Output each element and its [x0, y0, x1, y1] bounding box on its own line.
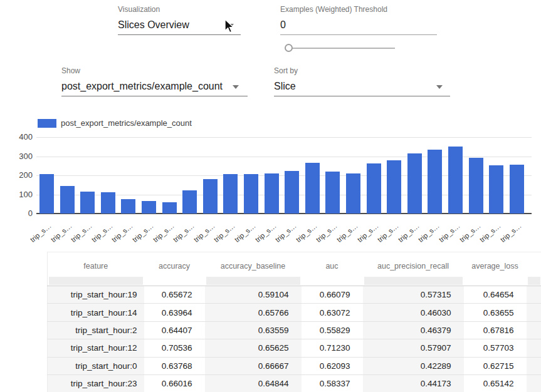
bar-slice-3[interactable]: [101, 192, 115, 214]
bar-slice-11[interactable]: [265, 173, 279, 214]
table-row: trip_start_hour:190.656720.591040.660790…: [48, 286, 541, 304]
bar-slice-16[interactable]: [367, 163, 381, 214]
filter-cell[interactable]: [528, 277, 540, 285]
cell-extra: [527, 321, 541, 339]
bar-slice-12[interactable]: [285, 171, 299, 214]
metrics-table: featureaccuracyaccuracy_baselineaucauc_p…: [47, 252, 541, 392]
filter-cell[interactable]: [206, 277, 300, 285]
cell-auc_precision_recall: 0.44173: [363, 374, 464, 392]
filter-cell[interactable]: [465, 277, 525, 285]
threshold-slider-track[interactable]: [289, 48, 395, 49]
cell-average_loss: 0.65142: [464, 374, 527, 392]
table-header-row: featureaccuracyaccuracy_baselineaucauc_p…: [48, 252, 541, 276]
bar-slice-4[interactable]: [121, 199, 135, 214]
bar-slice-6[interactable]: [162, 202, 177, 214]
bar-slice-19[interactable]: [428, 150, 442, 214]
gridline: [36, 137, 532, 138]
filter-cell[interactable]: [145, 277, 204, 285]
bar-slice-17[interactable]: [387, 160, 401, 214]
cell-feature: trip_start_hour:23: [48, 374, 144, 392]
show-label: Show: [61, 66, 248, 75]
cell-auc_precision_recall: 0.57907: [363, 339, 464, 357]
cell-accuracy: 0.64407: [144, 321, 205, 339]
cell-extra: [527, 357, 541, 374]
cell-accuracy: 0.70536: [144, 339, 205, 357]
cell-extra: [527, 374, 541, 392]
cell-accuracy_baseline: 0.63559: [205, 321, 302, 339]
table-filter-row: [48, 276, 541, 286]
cell-accuracy_baseline: 0.64844: [205, 374, 302, 392]
bar-slice-18[interactable]: [407, 153, 422, 214]
cell-accuracy_baseline: 0.66667: [205, 357, 302, 374]
cell-feature: trip_start_hour:14: [48, 304, 144, 321]
bar-slice-22[interactable]: [489, 165, 503, 214]
cell-auc: 0.63072: [302, 304, 363, 321]
filter-cell[interactable]: [303, 277, 362, 285]
show-value[interactable]: post_export_metrics/example_count: [61, 80, 248, 93]
bar-slice-5[interactable]: [142, 201, 156, 214]
bar-slice-9[interactable]: [223, 174, 238, 214]
threshold-label: Examples (Weighted) Threshold: [280, 5, 437, 14]
cell-feature: trip_start_hour:19: [48, 286, 144, 304]
cell-feature: trip_start_hour:2: [48, 321, 144, 339]
cell-feature: trip_start_hour:12: [48, 339, 144, 357]
filter-cell[interactable]: [364, 277, 463, 285]
bar-slice-7[interactable]: [182, 190, 197, 214]
legend-label: post_export_metrics/example_count: [61, 118, 192, 128]
bar-slice-8[interactable]: [203, 179, 218, 214]
table-row: trip_start_hour:140.639640.657660.630720…: [48, 304, 541, 321]
filter-cell[interactable]: [49, 277, 143, 285]
cell-auc_precision_recall: 0.42289: [363, 357, 464, 374]
cell-extra: [527, 304, 541, 321]
bar-slice-1[interactable]: [60, 186, 75, 214]
column-header-accuracy_baseline[interactable]: accuracy_baseline: [205, 252, 302, 276]
cell-average_loss: 0.67816: [464, 321, 527, 339]
cell-accuracy: 0.65672: [144, 286, 205, 304]
legend-swatch: [38, 119, 56, 128]
chevron-down-icon[interactable]: [436, 85, 443, 89]
column-header-accuracy[interactable]: accuracy: [144, 252, 205, 276]
visualization-value[interactable]: Slices Overview: [118, 18, 241, 32]
visualization-label: Visualization: [118, 5, 241, 14]
bar-slice-20[interactable]: [448, 147, 463, 214]
cell-average_loss: 0.64654: [464, 286, 527, 304]
visualization-dropdown[interactable]: Visualization Slices Overview: [118, 5, 241, 35]
show-dropdown[interactable]: Show post_export_metrics/example_count: [61, 66, 248, 96]
sort-by-label: Sort by: [274, 66, 450, 75]
threshold-slider-thumb[interactable]: [285, 44, 293, 52]
bar-slice-21[interactable]: [469, 158, 483, 214]
column-header-auc[interactable]: auc: [302, 252, 363, 276]
cell-auc: 0.62093: [302, 357, 363, 374]
chart-plot-area: [36, 137, 532, 214]
bar-slice-0[interactable]: [39, 174, 54, 214]
bar-slice-2[interactable]: [80, 192, 95, 214]
cell-average_loss: 0.57703: [464, 339, 527, 357]
bar-slice-14[interactable]: [325, 172, 340, 214]
y-axis-tick-label: 100: [1, 190, 33, 199]
cell-accuracy: 0.66016: [144, 374, 205, 392]
cell-extra: [527, 339, 541, 357]
sort-by-dropdown[interactable]: Sort by Slice: [274, 66, 450, 96]
cell-auc: 0.58337: [302, 374, 363, 392]
column-header-auc_precision_recall[interactable]: auc_precision_recall: [363, 252, 464, 276]
y-axis-tick-label: 300: [1, 152, 33, 161]
bar-slice-23[interactable]: [510, 165, 524, 214]
bar-slice-15[interactable]: [346, 173, 360, 214]
threshold-input[interactable]: 0: [280, 18, 437, 32]
column-header-extra[interactable]: [527, 252, 541, 276]
cell-auc: 0.66079: [302, 286, 363, 304]
cell-extra: [527, 286, 541, 304]
cell-auc_precision_recall: 0.46030: [363, 304, 464, 321]
bar-slice-13[interactable]: [305, 163, 320, 214]
cell-auc: 0.71230: [302, 339, 363, 357]
y-axis-tick-label: 400: [1, 132, 33, 142]
bar-slice-10[interactable]: [244, 174, 258, 214]
cell-feature: trip_start_hour:0: [48, 357, 144, 374]
y-axis-tick-label: 200: [1, 170, 33, 180]
sort-by-value[interactable]: Slice: [274, 80, 450, 93]
column-header-feature[interactable]: feature: [48, 252, 144, 276]
y-axis-tick-label: 0: [1, 209, 33, 218]
cell-average_loss: 0.63655: [464, 304, 527, 321]
column-header-average_loss[interactable]: average_loss: [464, 252, 527, 276]
chevron-down-icon[interactable]: [233, 85, 239, 89]
